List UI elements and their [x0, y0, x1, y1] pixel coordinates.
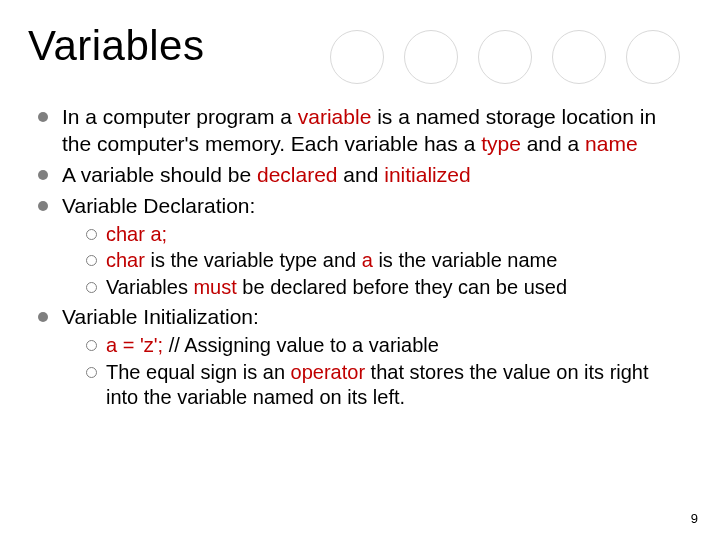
sub-list-item: Variables must be declared before they c…	[84, 275, 686, 301]
sub-list: char a;char is the variable type and a i…	[62, 222, 686, 301]
circle-icon	[626, 30, 680, 84]
sub-list-item: a = 'z'; // Assigning value to a variabl…	[84, 333, 686, 359]
highlight-text: a	[362, 249, 373, 271]
sub-list-item: char is the variable type and a is the v…	[84, 248, 686, 274]
highlight-text: char a;	[106, 223, 167, 245]
highlight-text: type	[481, 132, 521, 155]
body-text: A variable should be	[62, 163, 257, 186]
circle-icon	[330, 30, 384, 84]
list-item: Variable Initialization:a = 'z'; // Assi…	[34, 304, 686, 411]
sub-list: a = 'z'; // Assigning value to a variabl…	[62, 333, 686, 411]
highlight-text: char	[106, 249, 145, 271]
body-text: Variable Initialization:	[62, 305, 259, 328]
circle-icon	[552, 30, 606, 84]
highlight-text: declared	[257, 163, 338, 186]
highlight-text: name	[585, 132, 638, 155]
body-text: and	[338, 163, 385, 186]
sub-list-item: The equal sign is an operator that store…	[84, 360, 686, 411]
body-text: The equal sign is an	[106, 361, 291, 383]
body-text: // Assigning value to a variable	[169, 334, 439, 356]
bullet-list: In a computer program a variable is a na…	[28, 104, 692, 411]
slide: Variables In a computer program a variab…	[0, 0, 720, 540]
circle-icon	[404, 30, 458, 84]
body-text: is the variable name	[373, 249, 558, 271]
page-number: 9	[691, 511, 698, 526]
highlight-text: initialized	[384, 163, 470, 186]
list-item: A variable should be declared and initia…	[34, 162, 686, 189]
list-item: In a computer program a variable is a na…	[34, 104, 686, 158]
circle-icon	[478, 30, 532, 84]
body-text: Variable Declaration:	[62, 194, 255, 217]
highlight-text: a = 'z';	[106, 334, 169, 356]
body-text: In a computer program a	[62, 105, 298, 128]
list-item: Variable Declaration:char a;char is the …	[34, 193, 686, 301]
highlight-text: must	[193, 276, 236, 298]
highlight-text: variable	[298, 105, 372, 128]
body-text: is the variable type and	[145, 249, 362, 271]
decorative-circles	[330, 30, 680, 84]
body-text: and a	[521, 132, 585, 155]
body-text: Variables	[106, 276, 193, 298]
sub-list-item: char a;	[84, 222, 686, 248]
highlight-text: operator	[291, 361, 366, 383]
body-text: be declared before they can be used	[237, 276, 567, 298]
